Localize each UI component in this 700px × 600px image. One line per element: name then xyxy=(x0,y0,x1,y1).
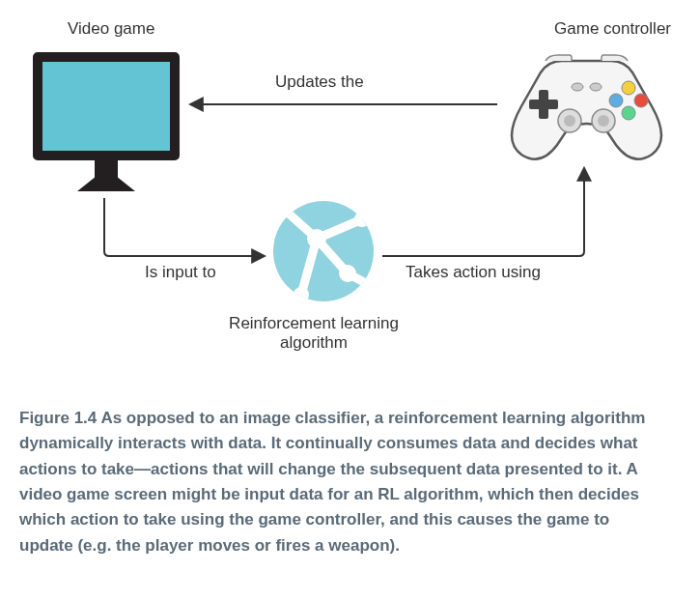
svg-point-13 xyxy=(572,83,583,91)
svg-rect-4 xyxy=(529,100,558,109)
figure-caption: Figure 1.4 As opposed to an image classi… xyxy=(19,406,657,558)
svg-point-25 xyxy=(294,287,309,302)
svg-point-14 xyxy=(590,83,602,91)
svg-rect-1 xyxy=(42,62,170,151)
updates-the-label: Updates the xyxy=(275,72,364,92)
svg-point-24 xyxy=(354,212,370,227)
svg-point-8 xyxy=(622,106,635,120)
video-game-label: Video game xyxy=(68,19,154,39)
rl-algorithm-label: Reinforcement learning algorithm xyxy=(212,314,415,353)
svg-point-5 xyxy=(622,81,635,95)
monitor-icon xyxy=(29,48,183,198)
rl-algorithm-line1: Reinforcement learning xyxy=(229,314,399,332)
svg-point-10 xyxy=(564,115,575,127)
rl-algorithm-line2: algorithm xyxy=(280,333,348,352)
caption-prefix: Figure 1.4 xyxy=(19,409,97,427)
svg-point-22 xyxy=(307,229,326,248)
svg-point-12 xyxy=(598,115,609,127)
svg-point-6 xyxy=(609,94,623,107)
svg-point-23 xyxy=(339,265,356,282)
is-input-to-label: Is input to xyxy=(145,263,216,282)
rl-diagram: Video game Game controller Updates the I… xyxy=(19,19,681,367)
caption-text: As opposed to an image classifier, a rei… xyxy=(19,409,645,555)
svg-point-7 xyxy=(634,94,648,107)
network-icon xyxy=(270,198,377,304)
takes-action-using-label: Takes action using xyxy=(406,263,541,282)
svg-rect-2 xyxy=(95,160,118,178)
svg-point-26 xyxy=(273,199,287,213)
controller-icon xyxy=(502,53,671,164)
game-controller-label: Game controller xyxy=(554,19,671,39)
